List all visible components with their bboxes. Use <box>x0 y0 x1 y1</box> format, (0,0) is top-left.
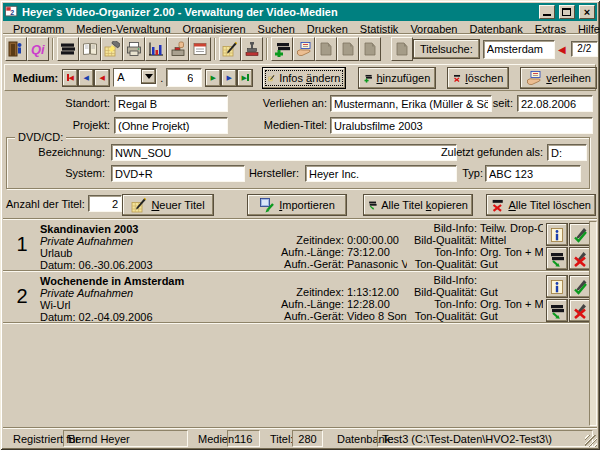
bild-info-value <box>477 274 480 286</box>
bezeichnung-input[interactable] <box>111 144 457 161</box>
zeitindex-label: Zeitindex: <box>275 286 344 298</box>
title-delete-button[interactable] <box>569 247 591 270</box>
ton-info-label: Ton-Info: <box>407 246 477 258</box>
system-input[interactable] <box>111 165 245 182</box>
toolbar-separator <box>52 38 54 60</box>
copy-titles-icon <box>368 197 377 213</box>
delete-icon <box>572 303 588 319</box>
anzahl-titel-input[interactable] <box>88 195 122 212</box>
projekt-input[interactable] <box>114 117 228 134</box>
standort-input[interactable] <box>114 95 228 112</box>
title-genre: Private Aufnahmen <box>40 287 133 299</box>
title-number: 2 <box>9 285 35 308</box>
medien-titel-input[interactable] <box>330 117 593 134</box>
stamp-icon <box>244 41 260 57</box>
medium-last-button[interactable]: ▶ <box>237 69 253 87</box>
verleihen-button[interactable]: verleihen <box>520 67 597 89</box>
medium-next-button[interactable]: ▶ <box>205 69 221 87</box>
edit-infos-button[interactable] <box>219 37 241 61</box>
copy-icon <box>549 303 565 319</box>
medium-search-next-button[interactable]: ▶ <box>221 69 237 87</box>
laenge-value: 73:12.00 <box>344 246 390 258</box>
laenge-label: Aufn.-Länge: <box>275 246 344 258</box>
medium-number-input[interactable] <box>166 68 202 87</box>
media-list-button[interactable] <box>57 37 79 61</box>
catalog-button[interactable] <box>79 37 101 61</box>
resize-grip[interactable] <box>585 435 597 447</box>
title-copy-button[interactable] <box>546 299 568 322</box>
neuer-titel-label: Neuer Titel <box>151 199 204 211</box>
importieren-label: Importieren <box>279 199 335 211</box>
loeschen-label: löschen <box>465 72 503 84</box>
bild-info-value: Teilw. Drop-O <box>477 222 543 234</box>
minimize-button[interactable] <box>539 5 555 19</box>
info-icon <box>549 279 565 295</box>
vorgaben-button[interactable] <box>167 37 189 61</box>
bild-qualitaet-value: Gut <box>477 286 498 298</box>
medium-prev-button[interactable]: ◀ <box>94 69 110 87</box>
delete-medium-icon <box>453 70 461 86</box>
lend-medium-button[interactable] <box>293 37 315 61</box>
disabled-doc-icon <box>362 41 378 57</box>
alle-titel-loeschen-button[interactable]: Alle Titel löschen <box>486 194 596 216</box>
hinzufuegen-button[interactable]: hinzufügen <box>358 67 436 89</box>
title-category: Wi-Url <box>40 299 71 311</box>
disabled-tool-button <box>315 37 337 61</box>
hersteller-input[interactable] <box>305 165 457 182</box>
exit-icon <box>8 41 24 57</box>
ton-qualitaet-label: Ton-Qualität: <box>407 258 477 270</box>
list-scrollbar[interactable] <box>589 221 597 426</box>
search-prev-icon[interactable]: ◀ <box>555 44 569 55</box>
medium-search-prev-button[interactable]: ◀ <box>78 69 94 87</box>
title-info-button[interactable] <box>546 275 568 298</box>
title-delete-button[interactable] <box>569 299 591 322</box>
row-divider <box>3 270 597 272</box>
title-actions <box>546 275 592 322</box>
seit-input[interactable] <box>517 95 593 112</box>
exit-button[interactable] <box>5 37 27 61</box>
geraet-label: Aufn.-Gerät: <box>275 310 344 322</box>
index-cards-button[interactable] <box>189 37 211 61</box>
title-copy-button[interactable] <box>546 247 568 270</box>
close-icon: × <box>584 7 590 17</box>
statistics-button[interactable] <box>145 37 167 61</box>
neuer-titel-button[interactable]: Neuer Titel <box>122 194 214 216</box>
typ-label: Typ: <box>462 167 483 179</box>
titelsuche-button[interactable]: Titelsuche: <box>413 39 480 59</box>
medium-first-button[interactable]: ◀ <box>62 69 78 87</box>
medium-panel: Medium: ◀ ◀ ◀ A . ▶ ▶ ▶ Infos ändern hin… <box>4 64 596 91</box>
push-button-icon <box>170 41 186 57</box>
ton-qualitaet-value: Gut <box>477 310 498 322</box>
lend-icon <box>526 70 542 86</box>
alle-titel-loeschen-label: Alle Titel löschen <box>508 199 591 211</box>
title-edit-button[interactable] <box>569 275 591 298</box>
maximize-button[interactable] <box>559 5 575 19</box>
zuletzt-gefunden-input[interactable] <box>547 144 587 161</box>
alle-titel-kopieren-button[interactable]: Alle Titel kopieren <box>363 194 473 216</box>
loeschen-button[interactable]: löschen <box>447 67 509 89</box>
infos-aendern-button[interactable]: Infos ändern <box>262 67 346 89</box>
add-medium-button[interactable] <box>271 37 293 61</box>
importieren-button[interactable]: Importieren <box>247 194 347 216</box>
titlebar: Heyer`s Video-Organizer 2.00 - Verwaltun… <box>3 3 597 21</box>
anzahl-titel-label: Anzahl der Titel: <box>6 198 85 210</box>
disabled-tool-button <box>337 37 359 61</box>
laenge-value: 12:28.00 <box>344 298 390 310</box>
typ-input[interactable] <box>485 165 581 182</box>
print-button[interactable] <box>123 37 145 61</box>
verleihen-label: verleihen <box>546 72 591 84</box>
search-button[interactable] <box>101 37 123 61</box>
quick-info-button[interactable] <box>27 37 49 61</box>
title-info-button[interactable] <box>546 223 568 246</box>
verliehen-an-input[interactable] <box>330 95 492 112</box>
combo-dropdown-button[interactable] <box>141 69 156 84</box>
row-divider <box>3 322 597 324</box>
close-button[interactable]: × <box>579 5 595 19</box>
zeitindex-label: Zeitindex: <box>275 234 344 246</box>
medium-letter-combo[interactable]: A <box>113 68 157 87</box>
titelsuche-input[interactable] <box>483 40 555 59</box>
stamp-button[interactable] <box>241 37 263 61</box>
hinzufuegen-label: hinzufügen <box>376 72 430 84</box>
statistics-icon <box>148 41 164 57</box>
title-edit-button[interactable] <box>569 223 591 246</box>
